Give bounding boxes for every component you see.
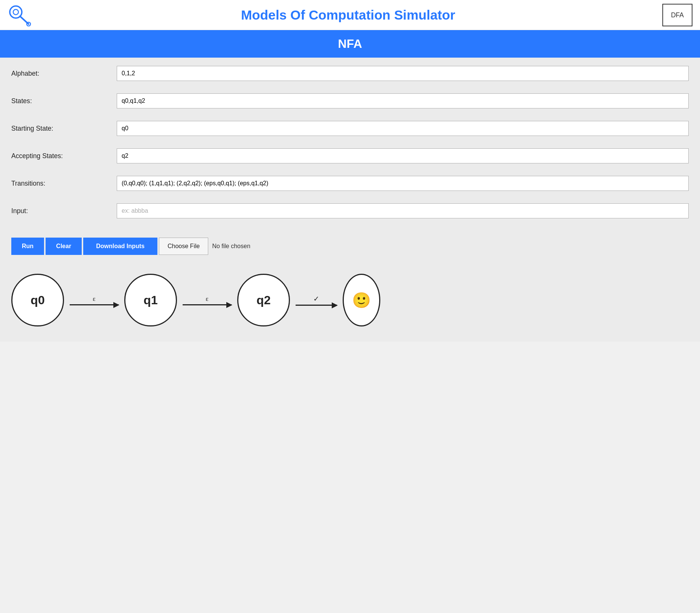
arrow-line-1 [70, 304, 119, 305]
alphabet-input[interactable] [117, 66, 689, 81]
arrow-q0-q1: ε [64, 295, 124, 305]
no-file-text: No file chosen [212, 243, 250, 250]
arrow-line-2 [183, 304, 232, 305]
accept-checkmark: ✓ [313, 294, 319, 303]
svg-point-1 [13, 9, 18, 15]
dfa-button[interactable]: DFA [662, 4, 692, 26]
alphabet-row: Alphabet: [11, 58, 689, 85]
diagram-container: q0 ε q1 ε q2 ✓ 🙂 [11, 274, 689, 326]
accepting-states-input[interactable] [117, 148, 689, 163]
accept-arrow-line [296, 305, 337, 306]
input-label: Input: [11, 207, 117, 215]
state-q1: q1 [124, 274, 177, 326]
buttons-row: Run Clear Download Inputs Choose File No… [0, 230, 700, 262]
alphabet-label: Alphabet: [11, 70, 117, 78]
diagram-area: q0 ε q1 ε q2 ✓ 🙂 [0, 262, 700, 342]
states-row: States: [11, 85, 689, 113]
page-title: Models Of Computation Simulator [41, 8, 655, 23]
transitions-label: Transitions: [11, 180, 117, 188]
accept-arrow: ✓ [290, 294, 343, 306]
download-button[interactable]: Download Inputs [83, 238, 157, 255]
states-label: States: [11, 97, 117, 105]
starting-state-row: Starting State: [11, 113, 689, 140]
accept-smiley: 🙂 [343, 274, 380, 326]
accepting-states-label: Accepting States: [11, 152, 117, 160]
choose-file-button[interactable]: Choose File [159, 238, 208, 255]
input-field[interactable] [117, 203, 689, 218]
form-area: Alphabet: States: Starting State: Accept… [0, 58, 700, 230]
arrow-label-eps-2: ε [206, 295, 208, 303]
app-logo [8, 4, 34, 26]
starting-state-label: Starting State: [11, 125, 117, 133]
starting-state-input[interactable] [117, 121, 689, 136]
accepting-states-row: Accepting States: [11, 140, 689, 168]
transitions-row: Transitions: [11, 168, 689, 195]
input-row: Input: [11, 195, 689, 223]
arrow-label-eps-1: ε [93, 295, 95, 303]
svg-point-4 [28, 23, 29, 24]
state-q2: q2 [237, 274, 290, 326]
arrow-q1-q2: ε [177, 295, 237, 305]
run-button[interactable]: Run [11, 238, 44, 255]
transitions-input[interactable] [117, 176, 689, 191]
state-q0: q0 [11, 274, 64, 326]
states-input[interactable] [117, 93, 689, 108]
section-title: NFA [0, 30, 700, 58]
clear-button[interactable]: Clear [46, 238, 82, 255]
